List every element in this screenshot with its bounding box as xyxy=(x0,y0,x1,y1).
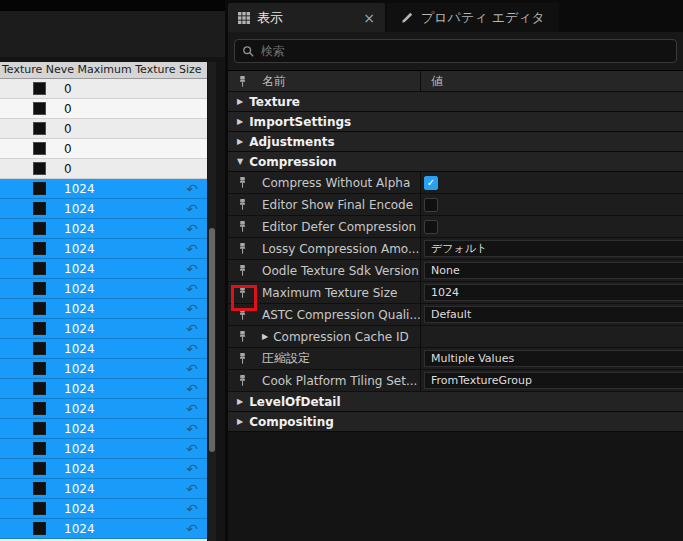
checkbox-swatch[interactable] xyxy=(33,342,46,355)
table-row[interactable]: 1024 ↶ xyxy=(0,179,207,199)
table-row[interactable]: 1024 ↶ xyxy=(0,419,207,439)
expander-icon[interactable]: ▼ xyxy=(237,158,243,166)
pin-icon[interactable] xyxy=(237,330,248,343)
checkbox-swatch[interactable] xyxy=(33,522,46,535)
category-row[interactable]: ▶ LevelOfDetail xyxy=(228,392,683,412)
pin-icon[interactable] xyxy=(237,176,248,189)
pin-icon[interactable] xyxy=(237,374,248,387)
undo-icon[interactable]: ↶ xyxy=(186,222,198,236)
value-field[interactable]: None xyxy=(424,262,683,279)
table-row[interactable]: 1024 ↶ xyxy=(0,319,207,339)
pin-icon[interactable] xyxy=(237,220,248,233)
checkbox-swatch[interactable] xyxy=(33,242,46,255)
table-row[interactable]: 1024 ↶ xyxy=(0,439,207,459)
vertical-scrollbar[interactable] xyxy=(208,62,216,541)
checkbox-swatch[interactable] xyxy=(33,362,46,375)
pin-cell[interactable] xyxy=(228,330,256,343)
undo-icon[interactable]: ↶ xyxy=(186,202,198,216)
expander-icon[interactable]: ▶ xyxy=(237,398,243,406)
checkbox-swatch[interactable] xyxy=(33,162,46,175)
table-row[interactable]: 1024 ↶ xyxy=(0,519,207,539)
table-row[interactable]: 1024 ↶ xyxy=(0,479,207,499)
checkbox-swatch[interactable] xyxy=(33,262,46,275)
checkbox-swatch[interactable] xyxy=(33,442,46,455)
pin-cell[interactable] xyxy=(228,242,256,255)
table-row[interactable]: 0 ↶ xyxy=(0,119,207,139)
checkbox-swatch[interactable] xyxy=(33,102,46,115)
category-row[interactable]: ▶ ImportSettings xyxy=(228,112,683,132)
undo-icon[interactable]: ↶ xyxy=(186,422,198,436)
search-box[interactable] xyxy=(234,39,677,63)
table-row[interactable]: 1024 ↶ xyxy=(0,219,207,239)
checkbox-swatch[interactable] xyxy=(33,142,46,155)
scrollbar-thumb[interactable] xyxy=(209,228,215,452)
value-field[interactable]: Multiple Values xyxy=(424,350,683,367)
table-row[interactable]: 0 ↶ xyxy=(0,99,207,119)
close-icon[interactable]: × xyxy=(363,11,375,25)
value-checkbox[interactable] xyxy=(424,220,438,234)
category-row[interactable]: ▼ Compression xyxy=(228,152,683,172)
pin-icon[interactable] xyxy=(237,308,248,321)
undo-icon[interactable]: ↶ xyxy=(186,382,198,396)
expander-icon[interactable]: ▶ xyxy=(237,118,243,126)
value-checkbox[interactable] xyxy=(424,198,438,212)
value-field[interactable]: デフォルト xyxy=(424,240,683,257)
pin-cell[interactable] xyxy=(228,176,256,189)
undo-icon[interactable]: ↶ xyxy=(186,262,198,276)
pin-icon[interactable] xyxy=(237,242,248,255)
undo-icon[interactable]: ↶ xyxy=(186,362,198,376)
table-row[interactable]: 0 ↶ xyxy=(0,139,207,159)
value-field[interactable]: Default xyxy=(424,306,683,323)
pin-cell[interactable] xyxy=(228,286,256,299)
checkbox-swatch[interactable] xyxy=(33,322,46,335)
value-checkbox[interactable]: ✓ xyxy=(424,176,438,190)
table-row[interactable]: 1024 ↶ xyxy=(0,199,207,219)
pin-icon[interactable] xyxy=(237,352,248,365)
undo-icon[interactable]: ↶ xyxy=(186,242,198,256)
checkbox-swatch[interactable] xyxy=(33,422,46,435)
pin-cell[interactable] xyxy=(228,198,256,211)
table-row[interactable]: 1024 ↶ xyxy=(0,499,207,519)
undo-icon[interactable]: ↶ xyxy=(186,402,198,416)
undo-icon[interactable]: ↶ xyxy=(186,282,198,296)
undo-icon[interactable]: ↶ xyxy=(186,322,198,336)
category-row[interactable]: ▶ Adjustments xyxy=(228,132,683,152)
undo-icon[interactable]: ↶ xyxy=(186,502,198,516)
checkbox-swatch[interactable] xyxy=(33,382,46,395)
checkbox-swatch[interactable] xyxy=(33,482,46,495)
table-row[interactable]: 1024 ↶ xyxy=(0,299,207,319)
undo-icon[interactable]: ↶ xyxy=(186,462,198,476)
checkbox-swatch[interactable] xyxy=(33,122,46,135)
category-row[interactable]: ▶ Compositing xyxy=(228,412,683,432)
expander-icon[interactable]: ▶ xyxy=(237,138,243,146)
expander-icon[interactable]: ▶ xyxy=(237,418,243,426)
undo-icon[interactable]: ↶ xyxy=(186,342,198,356)
table-row[interactable]: 0 ↶ xyxy=(0,79,207,99)
checkbox-swatch[interactable] xyxy=(33,402,46,415)
checkbox-swatch[interactable] xyxy=(33,302,46,315)
expander-icon[interactable]: ▶ xyxy=(262,333,268,341)
table-row[interactable]: 1024 ↶ xyxy=(0,379,207,399)
table-row[interactable]: 1024 ↶ xyxy=(0,399,207,419)
matrix-column-header[interactable]: Texture Neve Maximum Texture Size xyxy=(0,62,207,79)
tab-display[interactable]: 表示 × xyxy=(228,3,385,32)
pin-cell[interactable] xyxy=(228,374,256,387)
table-row[interactable]: 1024 ↶ xyxy=(0,459,207,479)
search-input[interactable] xyxy=(261,44,669,58)
pin-icon[interactable] xyxy=(237,286,248,299)
checkbox-swatch[interactable] xyxy=(33,182,46,195)
checkbox-swatch[interactable] xyxy=(33,82,46,95)
table-row[interactable]: 1024 ↶ xyxy=(0,359,207,379)
pin-icon[interactable] xyxy=(237,198,248,211)
checkbox-swatch[interactable] xyxy=(33,202,46,215)
table-row[interactable]: 0 ↶ xyxy=(0,159,207,179)
value-field[interactable]: FromTextureGroup xyxy=(424,372,683,389)
checkbox-swatch[interactable] xyxy=(33,462,46,475)
table-row[interactable]: 1024 ↶ xyxy=(0,239,207,259)
tab-property-editor[interactable]: プロパティ エディタ xyxy=(387,3,559,32)
checkbox-swatch[interactable] xyxy=(33,502,46,515)
undo-icon[interactable]: ↶ xyxy=(186,182,198,196)
value-field[interactable]: 1024 xyxy=(424,284,683,301)
undo-icon[interactable]: ↶ xyxy=(186,442,198,456)
table-row[interactable]: 1024 ↶ xyxy=(0,279,207,299)
